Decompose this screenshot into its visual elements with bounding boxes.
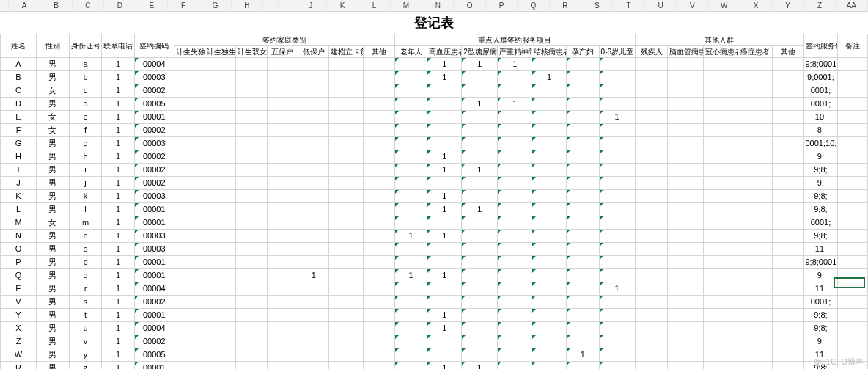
cell-dbh[interactable] bbox=[298, 295, 329, 308]
cell-jhb[interactable] bbox=[532, 110, 567, 123]
cell-jhb[interactable] bbox=[532, 361, 567, 369]
cell-code[interactable]: 00003 bbox=[134, 136, 174, 150]
cell-ycf[interactable] bbox=[566, 189, 599, 202]
cell-name[interactable]: Y bbox=[1, 308, 37, 321]
cell-empty[interactable] bbox=[738, 335, 773, 348]
spreadsheet-table[interactable]: 登记表 姓名 性别 身份证号 联系电话 签约编码 签约家庭类别 重点人群签约服务… bbox=[0, 12, 868, 369]
cell-empty[interactable] bbox=[364, 242, 394, 255]
cell-gxy[interactable] bbox=[427, 335, 462, 348]
cell-empty[interactable] bbox=[738, 163, 773, 176]
cell-pkg[interactable]: 9; bbox=[803, 268, 838, 282]
cell-dbh[interactable]: 1 bbox=[298, 268, 329, 282]
cell-code[interactable]: 00004 bbox=[134, 57, 174, 70]
cell-tel[interactable]: 1 bbox=[102, 321, 135, 335]
cell-pkg[interactable]: 9;8; bbox=[803, 163, 838, 176]
cell-empty[interactable] bbox=[704, 202, 738, 216]
cell-empty[interactable] bbox=[738, 189, 773, 202]
cell-code[interactable]: 00002 bbox=[134, 295, 174, 308]
cell-empty[interactable] bbox=[205, 335, 235, 348]
cell-id[interactable]: u bbox=[69, 321, 102, 335]
cell-empty[interactable] bbox=[635, 255, 668, 268]
cell-empty[interactable] bbox=[738, 136, 773, 150]
cell-yzjs[interactable] bbox=[498, 361, 532, 369]
cell-empty[interactable] bbox=[267, 268, 298, 282]
cell-gxy[interactable]: 1 bbox=[427, 268, 462, 282]
cell-code[interactable]: 00004 bbox=[134, 321, 174, 335]
cell-tel[interactable]: 1 bbox=[102, 268, 135, 282]
cell-empty[interactable] bbox=[205, 57, 235, 70]
cell-empty[interactable] bbox=[267, 84, 298, 97]
cell-code[interactable]: 00001 bbox=[134, 268, 174, 282]
cell-s06[interactable] bbox=[599, 202, 635, 216]
cell-gender[interactable]: 女 bbox=[37, 123, 70, 136]
cell-empty[interactable] bbox=[364, 282, 394, 295]
cell-tel[interactable]: 1 bbox=[102, 123, 135, 136]
cell-empty[interactable] bbox=[668, 229, 704, 242]
cell-jhb[interactable] bbox=[532, 282, 567, 295]
cell-elder[interactable]: 1 bbox=[394, 268, 427, 282]
cell-elder[interactable] bbox=[394, 176, 427, 189]
cell-name[interactable]: V bbox=[1, 295, 37, 308]
cell-id[interactable]: e bbox=[69, 110, 102, 123]
cell-empty[interactable] bbox=[364, 189, 394, 202]
cell-empty[interactable] bbox=[236, 361, 267, 369]
cell-tel[interactable]: 1 bbox=[102, 176, 135, 189]
cell-empty[interactable] bbox=[773, 295, 803, 308]
cell-empty[interactable] bbox=[364, 150, 394, 163]
cell-yzjs[interactable] bbox=[498, 321, 532, 335]
cell-empty[interactable] bbox=[236, 110, 267, 123]
cell-id[interactable]: l bbox=[69, 202, 102, 216]
cell-empty[interactable] bbox=[236, 136, 267, 150]
cell-tnb[interactable] bbox=[462, 229, 498, 242]
cell-elder[interactable] bbox=[394, 123, 427, 136]
cell-empty[interactable] bbox=[668, 361, 704, 369]
cell-empty[interactable] bbox=[329, 348, 364, 361]
cell-empty[interactable] bbox=[267, 335, 298, 348]
cell-code[interactable]: 00001 bbox=[134, 361, 174, 369]
cell-empty[interactable] bbox=[364, 70, 394, 84]
cell-empty[interactable] bbox=[773, 361, 803, 369]
cell-yzjs[interactable] bbox=[498, 189, 532, 202]
cell-id[interactable]: k bbox=[69, 189, 102, 202]
cell-empty[interactable] bbox=[174, 268, 205, 282]
cell-code[interactable]: 00003 bbox=[134, 229, 174, 242]
cell-yzjs[interactable] bbox=[498, 123, 532, 136]
cell-code[interactable]: 00005 bbox=[134, 97, 174, 110]
cell-empty[interactable] bbox=[329, 163, 364, 176]
cell-pkg[interactable]: 0001; bbox=[803, 97, 838, 110]
cell-gender[interactable]: 女 bbox=[37, 84, 70, 97]
cell-ycf[interactable] bbox=[566, 150, 599, 163]
cell-tnb[interactable] bbox=[462, 70, 498, 84]
cell-empty[interactable] bbox=[838, 163, 868, 176]
cell-empty[interactable] bbox=[838, 150, 868, 163]
cell-yzjs[interactable] bbox=[498, 136, 532, 150]
cell-gxy[interactable]: 1 bbox=[427, 229, 462, 242]
cell-tnb[interactable] bbox=[462, 335, 498, 348]
cell-empty[interactable] bbox=[205, 84, 235, 97]
cell-gender[interactable]: 男 bbox=[37, 255, 70, 268]
cell-elder[interactable] bbox=[394, 163, 427, 176]
cell-gxy[interactable]: 1 bbox=[427, 163, 462, 176]
cell-tnb[interactable] bbox=[462, 136, 498, 150]
cell-empty[interactable] bbox=[773, 97, 803, 110]
cell-empty[interactable] bbox=[738, 97, 773, 110]
cell-empty[interactable] bbox=[174, 295, 205, 308]
cell-s06[interactable] bbox=[599, 348, 635, 361]
cell-empty[interactable] bbox=[704, 268, 738, 282]
cell-gxy[interactable] bbox=[427, 110, 462, 123]
cell-empty[interactable] bbox=[635, 268, 668, 282]
cell-empty[interactable] bbox=[838, 110, 868, 123]
cell-elder[interactable] bbox=[394, 216, 427, 229]
cell-id[interactable]: g bbox=[69, 136, 102, 150]
cell-gxy[interactable]: 1 bbox=[427, 202, 462, 216]
cell-ycf[interactable] bbox=[566, 335, 599, 348]
cell-empty[interactable] bbox=[267, 216, 298, 229]
cell-empty[interactable] bbox=[773, 242, 803, 255]
cell-empty[interactable] bbox=[236, 335, 267, 348]
cell-jhb[interactable] bbox=[532, 202, 567, 216]
cell-empty[interactable] bbox=[738, 242, 773, 255]
cell-empty[interactable] bbox=[704, 255, 738, 268]
cell-empty[interactable] bbox=[668, 163, 704, 176]
cell-jhb[interactable] bbox=[532, 216, 567, 229]
cell-empty[interactable] bbox=[738, 229, 773, 242]
